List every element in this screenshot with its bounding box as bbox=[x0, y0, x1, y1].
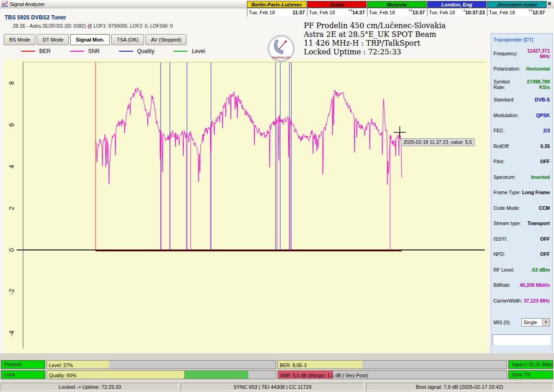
field-carrierwidth: CarrierWidth:37,123 MHz bbox=[491, 293, 552, 309]
clock-offset: +3 bbox=[348, 8, 352, 12]
chart-canvas[interactable]: 86420-2-4 bbox=[4, 59, 488, 353]
transponder-panel-title: Transponder [DT] bbox=[491, 34, 552, 46]
signal-chart[interactable]: 86420-2-4 2025-02-18 11.37.23, value: 5,… bbox=[4, 59, 488, 353]
svg-text:-2: -2 bbox=[8, 289, 15, 295]
quality-bar: Quality: 60% bbox=[47, 370, 276, 379]
mis-selected-value: Single bbox=[524, 320, 537, 325]
clock-moscow: Moscow Tue, Feb 18 +213:37 bbox=[367, 1, 427, 17]
info-line-satellite: Astra 2E at 28.5°E_UK SPOT Beam bbox=[304, 30, 446, 39]
clock-name: Berlin-Paris-Lučenec bbox=[247, 1, 307, 8]
snr-bar: SNR: 5,5 dB (Margin: 1,1 dB | Very Poor) bbox=[277, 370, 507, 379]
clock-date: Tue, Feb 18 bbox=[249, 10, 275, 15]
clock-offset: -1 bbox=[462, 8, 465, 12]
quality-line-swatch bbox=[119, 51, 133, 52]
snr-line-swatch bbox=[70, 51, 84, 52]
field-standard: Standard:DVB-S bbox=[491, 92, 552, 108]
svg-text:8: 8 bbox=[8, 81, 15, 85]
status-uptime: Locked -> Uptime: 72:25:33 bbox=[1, 383, 179, 391]
field-frame-type: Frame Type:Long Frame bbox=[491, 185, 552, 201]
clock-jerusalem: Jerusalem-Israel Tue, Feb 18 +112:37 bbox=[487, 1, 547, 17]
clock-date: Tue, Feb 18 bbox=[429, 10, 455, 15]
close-button[interactable]: ✕ bbox=[547, 0, 552, 7]
tuner-subtitle: 28.2E - Astra 2E/2F/2G (ID: 0282) @ LOF1… bbox=[13, 23, 173, 29]
field-fec: FEC:2/3 bbox=[491, 123, 552, 139]
cursor-tooltip: 2025-02-18 11.37.23, value: 5,5 bbox=[401, 138, 475, 146]
clock-time: 13:37 bbox=[412, 10, 425, 15]
status-sync-counters: SYNC 653 | TEI 44308 | CC 11729 bbox=[181, 383, 364, 391]
reception-info: PF Prodelin 450 cm/Lučenec-Slovakia Astr… bbox=[304, 21, 446, 56]
svg-text:6: 6 bbox=[8, 123, 15, 126]
monitor-row-1: Present Level: 27% BER: 8,0E-3 Input (~3… bbox=[1, 360, 553, 369]
lock-lamp: Lock bbox=[1, 370, 45, 379]
clock-time: 10:37:23 bbox=[465, 10, 485, 15]
tab-signal-mon[interactable]: Signal Mon. bbox=[70, 34, 110, 45]
field-mis: MIS (0): Single ▼ bbox=[491, 317, 552, 328]
field-issyi: ISSYI:OFF bbox=[491, 231, 552, 247]
clock-name: Moscow bbox=[367, 1, 427, 8]
clock-berlin: Berlin-Paris-Lučenec Tue, Feb 18 11:37 bbox=[247, 1, 307, 17]
status-bar: Locked -> Uptime: 72:25:33 SYNC 653 | TE… bbox=[0, 381, 554, 392]
mode-tabs: BS Mode DT Mode Signal Mon. TSA (OK) AV … bbox=[4, 34, 187, 45]
tab-bs-mode[interactable]: BS Mode bbox=[4, 34, 36, 45]
info-line-uptime: Locked Uptime : 72:25:33 bbox=[304, 48, 446, 56]
mis-select[interactable]: Single ▼ bbox=[521, 318, 550, 327]
legend-quality: Quality bbox=[119, 48, 154, 54]
tab-av[interactable]: AV (Stopped) bbox=[145, 34, 187, 45]
legend-label: BER bbox=[39, 48, 51, 54]
monitor-row-2: Lock Quality: 60% SNR: 5,5 dB (Margin: 1… bbox=[1, 370, 553, 379]
svg-text:-4: -4 bbox=[8, 331, 15, 337]
dxsatcs-logo: DXSATCS.COM bbox=[268, 35, 295, 62]
tab-tsa[interactable]: TSA (OK) bbox=[111, 34, 144, 45]
legend-level: Level bbox=[174, 48, 205, 54]
legend-label: SNR bbox=[88, 48, 100, 54]
clock-date: Tue, Feb 18 bbox=[309, 10, 335, 15]
window-title: Signal Analyzer bbox=[10, 1, 45, 7]
field-bitrate: BitRate:40,206 Mbit/s bbox=[491, 278, 552, 293]
input-lamp: Input (~32,31 Mbps) bbox=[508, 360, 553, 369]
level-bar: Level: 27% bbox=[47, 360, 276, 369]
clock-offset: +2 bbox=[408, 8, 412, 12]
field-code-mode: Code Mode:CCM bbox=[491, 200, 552, 216]
chevron-down-icon[interactable]: ▼ bbox=[542, 319, 549, 326]
field-rolloff: RollOff:0.35 bbox=[491, 138, 552, 154]
legend-snr: SNR bbox=[70, 48, 100, 54]
clock-name: Jerusalem-Israel bbox=[487, 1, 547, 8]
legend-label: Level bbox=[192, 48, 205, 54]
clock-time: 11:37 bbox=[293, 10, 305, 15]
transponder-panel: Transponder [DT] Frequency:11427,371 MHz… bbox=[491, 33, 553, 356]
field-npd: NPD:OFF bbox=[491, 247, 552, 262]
field-frequency: Frequency:11427,371 MHz bbox=[491, 46, 552, 61]
field-pilot: Pilot:OFF bbox=[491, 154, 552, 170]
ber-bar: BER: 8,0E-3 bbox=[277, 360, 507, 369]
svg-text:0: 0 bbox=[8, 248, 15, 252]
clock-name: London, Eng bbox=[427, 1, 487, 8]
svg-text:2: 2 bbox=[8, 206, 15, 210]
clock-offset: +1 bbox=[528, 8, 532, 12]
clock-london: London, Eng Tue, Feb 18 -110:37:23 bbox=[427, 1, 487, 17]
transponder-list-box[interactable] bbox=[493, 334, 551, 345]
field-stream-type: Stream type:Transport bbox=[491, 216, 552, 232]
clock-name: Dubai bbox=[307, 1, 367, 8]
info-line-dish: PF Prodelin 450 cm/Lučenec-Slovakia bbox=[304, 21, 446, 30]
clock-dubai: Dubai Tue, Feb 18 +314:37 bbox=[307, 1, 367, 17]
field-symbol-rate: Symbol Rate:27499,789 KS/s bbox=[491, 77, 552, 92]
legend-ber: BER bbox=[21, 48, 51, 54]
level-line-swatch bbox=[174, 51, 187, 52]
present-lamp: Present bbox=[1, 360, 45, 369]
info-line-frequency: 11 426 MHz-H : TRP/TalkSport bbox=[304, 39, 446, 48]
tab-dt-mode[interactable]: DT Mode bbox=[37, 34, 69, 45]
svg-text:4: 4 bbox=[8, 165, 15, 168]
sync-ts-lamp: Sync TS bbox=[508, 370, 553, 379]
legend-label: Quality bbox=[137, 48, 154, 54]
field-spectrum: Spectrum:Inverted bbox=[491, 169, 552, 185]
clock-time: 12:37 bbox=[532, 10, 545, 15]
world-clocks: Berlin-Paris-Lučenec Tue, Feb 18 11:37 D… bbox=[247, 1, 547, 17]
field-rf-level: RF Level:-53 dBm bbox=[491, 262, 552, 278]
tuner-title: TBS 5925 DVBS2 Tuner bbox=[5, 14, 66, 21]
status-best-signal: Best signal: 7,9 dB (2025-02-17 20:42) bbox=[366, 383, 553, 391]
ber-line-swatch bbox=[21, 51, 35, 52]
chart-legend: BER SNR Quality Level bbox=[21, 48, 205, 54]
field-polarization: Polarization:Horizontal bbox=[491, 61, 552, 77]
clock-time: 14:37 bbox=[352, 10, 365, 15]
field-modulation: Modulation:QPSK bbox=[491, 107, 552, 123]
